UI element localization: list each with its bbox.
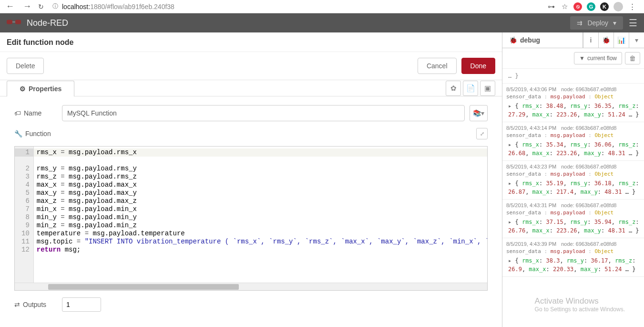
debug-message[interactable]: 8/5/2019, 4:43:06 PMnode: 6963b687.e08fd… [502, 84, 644, 122]
bookmark-star-icon[interactable]: ☆ [560, 2, 569, 11]
debug-message-list[interactable]: … }8/5/2019, 4:43:06 PMnode: 6963b687.e0… [502, 69, 644, 327]
back-button[interactable]: ← [4, 1, 16, 11]
chart-tab-icon[interactable]: 📊 [613, 32, 629, 48]
outputs-label: ⇄ Outputs [14, 301, 57, 308]
browser-toolbar: ← → ↻ ⓘ localhost:1880/#flow/ab91f6eb.24… [0, 0, 644, 13]
shuffle-icon: ⇄ [14, 301, 20, 308]
svg-rect-0 [7, 20, 12, 24]
library-button[interactable]: 📚▾ [470, 105, 488, 121]
clear-debug-button[interactable]: 🗑 [625, 52, 640, 64]
debug-message[interactable]: 8/5/2019, 4:43:39 PMnode: 6963b687.e08fd… [502, 238, 644, 277]
function-label: 🔧 Function [14, 130, 51, 137]
code-text[interactable]: rms_x = msg.payload.rms_x rms_y = msg.pa… [34, 147, 487, 283]
node-settings-icon[interactable]: ✿ [446, 81, 461, 96]
filter-button[interactable]: ▼ current flow [574, 52, 622, 64]
extension-1-icon[interactable]: ⦸ [573, 2, 582, 11]
bug-icon: 🐞 [509, 36, 517, 44]
cancel-button[interactable]: Cancel [418, 58, 457, 74]
gear-icon: ⚙ [20, 85, 26, 93]
site-info-icon[interactable]: ⓘ [52, 2, 58, 11]
name-label: 🏷 Name [14, 109, 57, 117]
horizontal-scrollbar[interactable] [15, 283, 487, 290]
tab-properties[interactable]: ⚙ Properties [7, 81, 74, 96]
code-gutter: 123456789101112 [15, 147, 34, 283]
chrome-menu-icon[interactable]: ⋮ [628, 2, 636, 11]
sidebar-panel: 🐞 debug i 🐞 📊 ▾ ▼ current flow 🗑 … }8/5/… [502, 32, 644, 327]
key-icon[interactable]: ⊶ [547, 2, 555, 11]
editor-title: Edit function node [0, 32, 502, 52]
address-bar[interactable]: ⓘ localhost:1880/#flow/ab91f6eb.240f38 [52, 2, 542, 11]
tag-icon: 🏷 [14, 109, 21, 117]
debug-message[interactable]: 8/5/2019, 4:43:31 PMnode: 6963b687.e08fd… [502, 200, 644, 238]
node-docs-icon[interactable]: 📄 [463, 81, 478, 96]
editor-panel: Edit function node Delete Cancel Done ⚙ … [0, 32, 502, 327]
profile-avatar-icon[interactable] [613, 2, 623, 11]
tab-debug[interactable]: 🐞 debug [502, 32, 583, 48]
url-port: 1880 [90, 3, 105, 11]
deploy-label: Deploy [587, 19, 608, 27]
main-menu-icon[interactable]: ☰ [629, 17, 637, 29]
outputs-input[interactable] [62, 297, 101, 312]
extension-2-icon[interactable]: G [587, 2, 595, 11]
debug-tab-icon[interactable]: 🐞 [598, 32, 613, 48]
debug-message[interactable]: 8/5/2019, 4:43:23 PMnode: 6963b687.e08fd… [502, 161, 644, 200]
sidebar-menu-icon[interactable]: ▾ [629, 32, 644, 48]
debug-message[interactable]: 8/5/2019, 4:43:14 PMnode: 6963b687.e08fd… [502, 122, 644, 161]
code-editor[interactable]: 123456789101112 rms_x = msg.payload.rms_… [14, 146, 488, 291]
deploy-button[interactable]: ⇉ Deploy ▾ [570, 16, 623, 30]
svg-rect-1 [15, 20, 21, 24]
forward-button[interactable]: → [21, 1, 33, 11]
nodered-header: Node-RED ⇉ Deploy ▾ ☰ [0, 13, 644, 32]
delete-button[interactable]: Delete [7, 58, 44, 74]
name-input[interactable] [62, 105, 465, 121]
url-host: localhost: [62, 3, 90, 11]
brand-title: Node-RED [27, 18, 68, 28]
expand-editor-button[interactable]: ⤢ [476, 128, 488, 139]
nodered-logo-icon [7, 17, 21, 29]
tab-properties-label: Properties [29, 85, 61, 93]
url-path: /#flow/ab91f6eb.240f38 [105, 3, 174, 11]
info-tab-icon[interactable]: i [583, 32, 598, 48]
node-appearance-icon[interactable]: ▣ [480, 81, 495, 96]
reload-button[interactable]: ↻ [38, 3, 44, 11]
filter-icon: ▼ [579, 55, 585, 62]
toolbar-extensions: ⊶ ☆ ⦸ G K ⋮ [547, 2, 636, 11]
extension-3-icon[interactable]: K [600, 2, 609, 11]
chevron-down-icon: ▾ [613, 19, 616, 27]
wrench-icon: 🔧 [14, 130, 22, 137]
done-button[interactable]: Done [461, 58, 495, 74]
debug-tab-label: debug [520, 36, 540, 44]
deploy-arrows-icon: ⇉ [577, 19, 583, 27]
